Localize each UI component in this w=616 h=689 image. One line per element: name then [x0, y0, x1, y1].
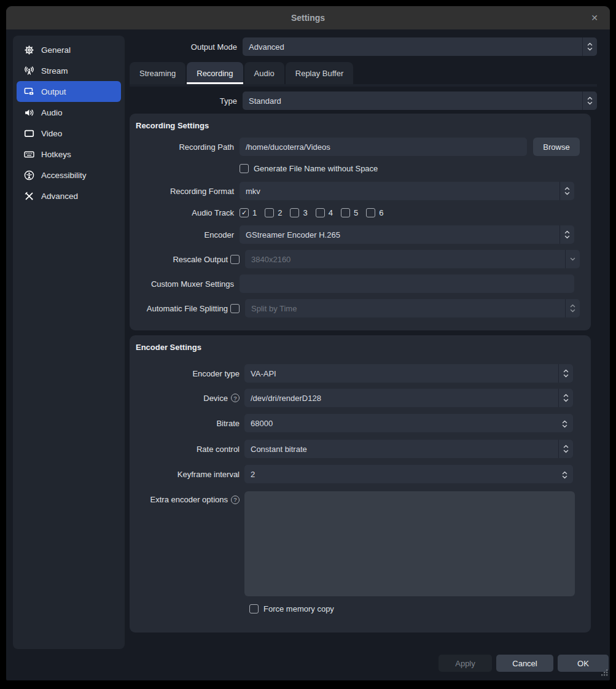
custom-muxer-label: Custom Muxer Settings	[130, 279, 240, 289]
chevron-up-icon	[563, 445, 569, 448]
sidebar-item-label: Stream	[41, 66, 68, 76]
recording-path-input[interactable]	[240, 138, 527, 156]
recording-format-select[interactable]: mkv	[240, 182, 574, 200]
combo-spinner	[582, 91, 597, 110]
sidebar-item-label: Hotkeys	[41, 150, 71, 159]
bitrate-row: Bitrate 68000	[130, 414, 591, 432]
tab-label: Recording	[197, 69, 233, 78]
window-title: Settings	[291, 13, 325, 23]
help-icon[interactable]: ?	[231, 496, 240, 504]
label-text: Rate control	[197, 445, 240, 454]
encoder-type-label: Encoder type	[130, 369, 244, 378]
audio-track-2-checkbox[interactable]	[265, 208, 274, 217]
chevron-down-icon	[563, 374, 569, 378]
generate-no-space-checkbox[interactable]	[240, 164, 249, 173]
device-select[interactable]: /dev/dri/renderD128	[244, 389, 573, 407]
audio-track-3-checkbox[interactable]	[290, 208, 299, 217]
chevron-down-icon	[563, 399, 569, 402]
sidebar-item-general[interactable]: General	[17, 39, 121, 60]
rate-control-select[interactable]: Constant bitrate	[244, 440, 573, 458]
type-select[interactable]: Standard	[243, 91, 597, 110]
tools-icon	[23, 190, 34, 201]
tab-audio[interactable]: Audio	[244, 62, 284, 84]
resize-grip-handle[interactable]	[601, 668, 609, 679]
dialog-footer: Apply Cancel OK	[439, 655, 609, 672]
encoder-settings-card: Encoder Settings Encoder type VA-API Dev…	[130, 335, 591, 633]
output-mode-select[interactable]: Advanced	[243, 37, 597, 56]
chevron-down-icon	[564, 235, 570, 239]
tab-recording[interactable]: Recording	[187, 62, 243, 84]
display-share-icon	[23, 86, 34, 97]
rescale-output-row: Rescale Output 3840x2160	[130, 250, 591, 268]
chevron-down-icon	[570, 257, 575, 261]
keyframe-interval-label: Keyframe interval	[130, 470, 244, 479]
audio-track-1: ✓1	[240, 208, 257, 217]
encoder-type-select[interactable]: VA-API	[244, 364, 573, 383]
browse-button[interactable]: Browse	[533, 138, 580, 156]
sidebar-item-output[interactable]: Output	[17, 81, 121, 102]
type-label: Type	[130, 96, 237, 106]
sidebar-item-accessibility[interactable]: Accessibility	[17, 165, 121, 185]
generate-no-space-row: Generate File Name without Space	[130, 164, 591, 173]
audio-track-4-checkbox[interactable]	[316, 208, 325, 217]
chevron-down-icon	[587, 101, 593, 105]
tab-label: Streaming	[139, 69, 176, 78]
extra-encoder-options-textarea[interactable]	[244, 491, 575, 596]
tab-streaming[interactable]: Streaming	[130, 62, 185, 84]
output-settings-main: Output Mode Advanced Streaming Recording…	[130, 29, 597, 633]
force-memory-copy-checkbox[interactable]	[249, 604, 259, 613]
rescale-output-checkbox[interactable]	[230, 255, 240, 264]
bitrate-spinner[interactable]: 68000	[244, 414, 573, 432]
audio-track-5-checkbox[interactable]	[341, 208, 350, 217]
combo-spinner	[559, 225, 574, 244]
encoder-select[interactable]: GStreamer Encoder H.265	[240, 225, 574, 244]
apply-button: Apply	[439, 655, 492, 672]
combo-spinner	[558, 389, 573, 407]
audio-track-5: 5	[341, 208, 358, 217]
sidebar-item-advanced[interactable]: Advanced	[17, 185, 121, 206]
label-text: Encoder type	[192, 369, 240, 378]
label-text: Bitrate	[216, 419, 240, 428]
audio-track-checkboxes: ✓1 2 3 4 5 6	[240, 208, 383, 217]
device-value: /dev/dri/renderD128	[251, 394, 321, 403]
keyboard-icon	[23, 149, 34, 160]
recording-settings-card: Recording Settings Recording Path Browse…	[130, 114, 591, 330]
custom-muxer-input[interactable]	[240, 274, 574, 293]
track-num: 1	[252, 208, 257, 217]
antenna-icon	[23, 65, 34, 76]
audio-track-1-checkbox[interactable]: ✓	[240, 208, 249, 217]
audio-track-6: 6	[366, 208, 383, 217]
bitrate-label: Bitrate	[130, 419, 244, 428]
help-icon[interactable]: ?	[231, 394, 240, 402]
audio-track-6-checkbox[interactable]	[366, 208, 375, 217]
sidebar-item-video[interactable]: Video	[17, 123, 121, 144]
card-title: Encoder Settings	[136, 343, 201, 352]
close-button[interactable]: ✕	[588, 6, 601, 29]
chevron-up-icon	[570, 304, 575, 308]
audio-track-2: 2	[265, 208, 282, 217]
accessibility-icon	[23, 169, 34, 181]
rescale-resolution-value: 3840x2160	[251, 255, 290, 264]
gear-icon	[23, 44, 34, 55]
chevron-down-icon[interactable]	[562, 472, 567, 481]
combo-spinner	[565, 250, 580, 268]
recording-format-label: Recording Format	[130, 187, 240, 196]
combo-spinner	[582, 37, 597, 56]
label-text: Keyframe interval	[177, 470, 240, 479]
sidebar-item-stream[interactable]: Stream	[17, 60, 121, 81]
output-tabs: Streaming Recording Audio Replay Buffer	[130, 62, 597, 84]
keyframe-interval-spinner[interactable]: 2	[244, 465, 573, 483]
sidebar-item-label: Output	[41, 87, 66, 96]
sidebar-item-audio[interactable]: Audio	[17, 102, 121, 123]
chevron-up-icon	[564, 187, 570, 190]
tab-replay-buffer[interactable]: Replay Buffer	[286, 62, 354, 84]
audio-track-row: Audio Track ✓1 2 3 4 5 6	[130, 208, 591, 217]
track-num: 4	[329, 208, 333, 217]
sidebar-item-hotkeys[interactable]: Hotkeys	[17, 144, 121, 165]
auto-file-splitting-checkbox[interactable]	[230, 304, 240, 313]
rate-control-label: Rate control	[130, 445, 244, 454]
chevron-down-icon[interactable]	[562, 421, 567, 430]
cancel-button[interactable]: Cancel	[496, 655, 553, 672]
audio-track-4: 4	[316, 208, 333, 217]
sidebar-item-label: Accessibility	[41, 171, 87, 180]
